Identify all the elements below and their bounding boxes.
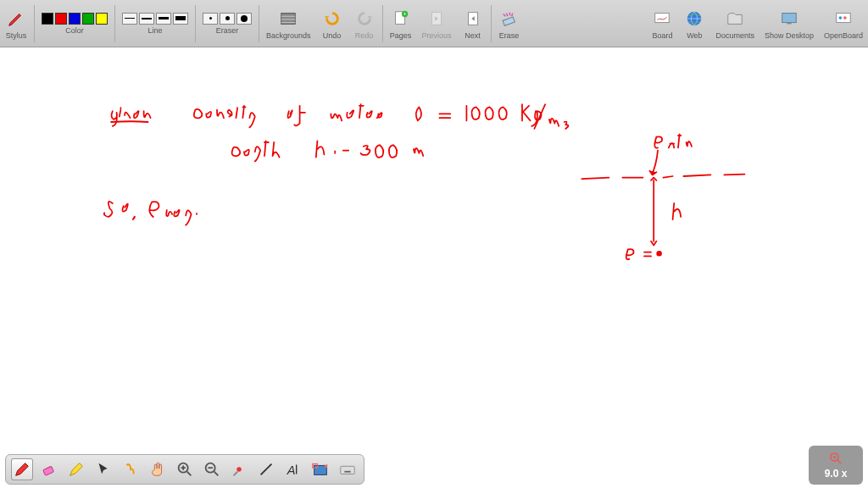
svg-rect-12 — [782, 13, 797, 22]
undo-group[interactable]: Undo — [316, 6, 348, 42]
stylus-icon[interactable] — [5, 8, 27, 30]
undo-icon — [321, 8, 343, 30]
zoom-reset-icon — [828, 451, 843, 466]
svg-point-30 — [236, 467, 242, 472]
show-desktop-icon — [778, 8, 800, 30]
previous-label: Previous — [422, 31, 452, 40]
svg-rect-9 — [503, 16, 515, 25]
whiteboard-canvas[interactable] — [0, 47, 868, 454]
handwritten-content — [0, 95, 868, 420]
dock-eraser[interactable] — [38, 458, 60, 480]
erase-group[interactable]: Erase — [493, 6, 526, 42]
eraser-small[interactable] — [203, 13, 218, 25]
pages-label: Pages — [390, 31, 412, 40]
line-med[interactable] — [139, 13, 154, 25]
svg-text:+: + — [403, 11, 406, 17]
color-red[interactable] — [55, 13, 67, 25]
zoom-indicator[interactable]: 9.0 x — [809, 446, 863, 485]
svg-point-21 — [657, 252, 661, 256]
svg-line-24 — [187, 472, 192, 476]
dock-play[interactable] — [120, 458, 142, 480]
erase-label: Erase — [499, 31, 520, 40]
color-green[interactable] — [82, 13, 94, 25]
line-thin[interactable] — [122, 13, 137, 25]
line-thick[interactable] — [156, 13, 171, 25]
dock-zoom-out[interactable] — [201, 458, 223, 480]
line-label: Line — [147, 26, 162, 35]
show-desktop-label: Show Desktop — [765, 31, 814, 40]
next-label: Next — [465, 31, 481, 40]
svg-point-15 — [838, 16, 842, 19]
eraser-label: Eraser — [216, 26, 239, 35]
dock-text[interactable]: A — [282, 458, 304, 480]
documents-label: Documents — [715, 31, 754, 40]
stylus-group: Stylus — [0, 6, 32, 42]
show-desktop-group[interactable]: Show Desktop — [760, 6, 819, 42]
dock-zoom-in[interactable] — [174, 458, 196, 480]
previous-group[interactable]: Previous — [417, 6, 457, 42]
dock-keyboard[interactable] — [337, 458, 359, 480]
svg-rect-10 — [655, 13, 670, 22]
undo-label: Undo — [323, 31, 342, 40]
svg-rect-13 — [787, 22, 792, 24]
redo-group[interactable]: Redo — [348, 6, 381, 42]
svg-rect-36 — [341, 466, 355, 474]
next-icon — [462, 8, 484, 30]
svg-text:A: A — [287, 463, 296, 477]
backgrounds-group[interactable]: Backgrounds — [261, 6, 316, 42]
dock-hand[interactable] — [147, 458, 169, 480]
eraser-group: Eraser — [198, 11, 257, 36]
previous-icon — [426, 8, 448, 30]
line-xthick[interactable] — [173, 13, 188, 25]
web-group[interactable]: Web — [678, 6, 710, 42]
board-icon — [651, 8, 673, 30]
eraser-large[interactable] — [236, 13, 252, 25]
board-group[interactable]: Board — [646, 6, 678, 42]
board-label: Board — [652, 31, 672, 40]
dock-pen[interactable] — [11, 458, 33, 480]
pages-icon: + — [390, 8, 412, 30]
color-label: Color — [65, 26, 84, 35]
svg-rect-22 — [43, 466, 54, 475]
dock-capture[interactable] — [309, 458, 331, 480]
line-group: Line — [117, 11, 193, 36]
erase-icon — [498, 8, 520, 30]
dock-line[interactable] — [255, 458, 277, 480]
dock-laser[interactable] — [228, 458, 250, 480]
dock-pointer[interactable] — [92, 458, 114, 480]
eraser-med[interactable] — [220, 13, 235, 25]
redo-icon — [353, 8, 376, 30]
openboard-icon — [832, 8, 854, 30]
documents-group[interactable]: Documents — [710, 6, 760, 42]
web-icon — [683, 8, 705, 30]
documents-icon — [724, 8, 746, 30]
web-label: Web — [687, 31, 702, 40]
next-group[interactable]: Next — [457, 6, 489, 42]
zoom-level: 9.0 x — [825, 468, 848, 480]
color-group: Color — [36, 11, 113, 36]
redo-label: Redo — [355, 31, 374, 40]
color-blue[interactable] — [69, 13, 81, 25]
top-toolbar: Stylus Color Line Eraser — [0, 0, 868, 47]
svg-point-16 — [843, 16, 847, 19]
svg-point-45 — [833, 456, 836, 458]
stylus-label: Stylus — [6, 31, 27, 40]
svg-line-31 — [261, 464, 272, 475]
color-yellow[interactable] — [96, 13, 108, 25]
svg-line-28 — [214, 472, 219, 476]
svg-line-44 — [837, 460, 841, 463]
openboard-label: OpenBoard — [824, 31, 863, 40]
backgrounds-icon — [277, 8, 299, 30]
pages-group[interactable]: + Pages — [385, 6, 417, 42]
dock-highlighter[interactable] — [65, 458, 87, 480]
backgrounds-label: Backgrounds — [266, 31, 311, 40]
color-black[interactable] — [42, 13, 53, 25]
stylus-dock: A — [5, 454, 364, 485]
openboard-group[interactable]: OpenBoard — [819, 6, 868, 42]
